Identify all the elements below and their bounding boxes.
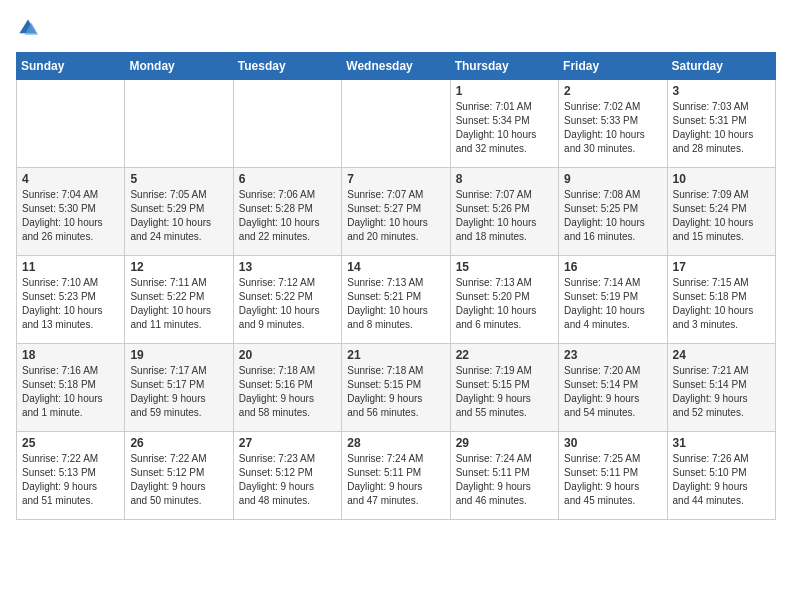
cell-info: Sunrise: 7:13 AM Sunset: 5:21 PM Dayligh… [347, 276, 444, 332]
cell-info: Sunrise: 7:25 AM Sunset: 5:11 PM Dayligh… [564, 452, 661, 508]
cell-info: Sunrise: 7:14 AM Sunset: 5:19 PM Dayligh… [564, 276, 661, 332]
calendar-cell: 28Sunrise: 7:24 AM Sunset: 5:11 PM Dayli… [342, 432, 450, 520]
day-number: 25 [22, 436, 119, 450]
calendar-cell: 19Sunrise: 7:17 AM Sunset: 5:17 PM Dayli… [125, 344, 233, 432]
col-header-wednesday: Wednesday [342, 53, 450, 80]
cell-info: Sunrise: 7:09 AM Sunset: 5:24 PM Dayligh… [673, 188, 770, 244]
day-number: 7 [347, 172, 444, 186]
week-row-2: 4Sunrise: 7:04 AM Sunset: 5:30 PM Daylig… [17, 168, 776, 256]
day-number: 13 [239, 260, 336, 274]
cell-info: Sunrise: 7:19 AM Sunset: 5:15 PM Dayligh… [456, 364, 553, 420]
day-number: 27 [239, 436, 336, 450]
logo [16, 16, 44, 40]
day-number: 16 [564, 260, 661, 274]
cell-info: Sunrise: 7:11 AM Sunset: 5:22 PM Dayligh… [130, 276, 227, 332]
day-number: 9 [564, 172, 661, 186]
day-number: 31 [673, 436, 770, 450]
calendar-cell: 25Sunrise: 7:22 AM Sunset: 5:13 PM Dayli… [17, 432, 125, 520]
col-header-monday: Monday [125, 53, 233, 80]
calendar-cell [342, 80, 450, 168]
day-number: 22 [456, 348, 553, 362]
calendar-cell: 26Sunrise: 7:22 AM Sunset: 5:12 PM Dayli… [125, 432, 233, 520]
calendar-cell: 9Sunrise: 7:08 AM Sunset: 5:25 PM Daylig… [559, 168, 667, 256]
calendar-cell: 2Sunrise: 7:02 AM Sunset: 5:33 PM Daylig… [559, 80, 667, 168]
day-number: 10 [673, 172, 770, 186]
cell-info: Sunrise: 7:21 AM Sunset: 5:14 PM Dayligh… [673, 364, 770, 420]
cell-info: Sunrise: 7:07 AM Sunset: 5:27 PM Dayligh… [347, 188, 444, 244]
calendar-table: SundayMondayTuesdayWednesdayThursdayFrid… [16, 52, 776, 520]
calendar-cell: 15Sunrise: 7:13 AM Sunset: 5:20 PM Dayli… [450, 256, 558, 344]
day-number: 21 [347, 348, 444, 362]
day-number: 19 [130, 348, 227, 362]
cell-info: Sunrise: 7:22 AM Sunset: 5:12 PM Dayligh… [130, 452, 227, 508]
day-number: 11 [22, 260, 119, 274]
cell-info: Sunrise: 7:10 AM Sunset: 5:23 PM Dayligh… [22, 276, 119, 332]
day-number: 6 [239, 172, 336, 186]
calendar-cell: 11Sunrise: 7:10 AM Sunset: 5:23 PM Dayli… [17, 256, 125, 344]
day-number: 12 [130, 260, 227, 274]
day-number: 28 [347, 436, 444, 450]
day-number: 30 [564, 436, 661, 450]
calendar-cell: 3Sunrise: 7:03 AM Sunset: 5:31 PM Daylig… [667, 80, 775, 168]
day-number: 1 [456, 84, 553, 98]
cell-info: Sunrise: 7:06 AM Sunset: 5:28 PM Dayligh… [239, 188, 336, 244]
day-number: 26 [130, 436, 227, 450]
calendar-cell: 18Sunrise: 7:16 AM Sunset: 5:18 PM Dayli… [17, 344, 125, 432]
calendar-cell: 20Sunrise: 7:18 AM Sunset: 5:16 PM Dayli… [233, 344, 341, 432]
day-number: 17 [673, 260, 770, 274]
cell-info: Sunrise: 7:08 AM Sunset: 5:25 PM Dayligh… [564, 188, 661, 244]
col-header-thursday: Thursday [450, 53, 558, 80]
calendar-cell: 4Sunrise: 7:04 AM Sunset: 5:30 PM Daylig… [17, 168, 125, 256]
cell-info: Sunrise: 7:01 AM Sunset: 5:34 PM Dayligh… [456, 100, 553, 156]
cell-info: Sunrise: 7:03 AM Sunset: 5:31 PM Dayligh… [673, 100, 770, 156]
calendar-cell: 1Sunrise: 7:01 AM Sunset: 5:34 PM Daylig… [450, 80, 558, 168]
calendar-cell: 13Sunrise: 7:12 AM Sunset: 5:22 PM Dayli… [233, 256, 341, 344]
day-number: 18 [22, 348, 119, 362]
calendar-cell [17, 80, 125, 168]
day-number: 14 [347, 260, 444, 274]
col-header-saturday: Saturday [667, 53, 775, 80]
week-row-3: 11Sunrise: 7:10 AM Sunset: 5:23 PM Dayli… [17, 256, 776, 344]
cell-info: Sunrise: 7:02 AM Sunset: 5:33 PM Dayligh… [564, 100, 661, 156]
calendar-cell: 10Sunrise: 7:09 AM Sunset: 5:24 PM Dayli… [667, 168, 775, 256]
day-number: 29 [456, 436, 553, 450]
calendar-cell: 21Sunrise: 7:18 AM Sunset: 5:15 PM Dayli… [342, 344, 450, 432]
cell-info: Sunrise: 7:18 AM Sunset: 5:15 PM Dayligh… [347, 364, 444, 420]
day-number: 20 [239, 348, 336, 362]
cell-info: Sunrise: 7:18 AM Sunset: 5:16 PM Dayligh… [239, 364, 336, 420]
day-number: 5 [130, 172, 227, 186]
calendar-cell: 30Sunrise: 7:25 AM Sunset: 5:11 PM Dayli… [559, 432, 667, 520]
cell-info: Sunrise: 7:16 AM Sunset: 5:18 PM Dayligh… [22, 364, 119, 420]
calendar-cell: 12Sunrise: 7:11 AM Sunset: 5:22 PM Dayli… [125, 256, 233, 344]
cell-info: Sunrise: 7:24 AM Sunset: 5:11 PM Dayligh… [347, 452, 444, 508]
day-number: 15 [456, 260, 553, 274]
week-row-1: 1Sunrise: 7:01 AM Sunset: 5:34 PM Daylig… [17, 80, 776, 168]
cell-info: Sunrise: 7:20 AM Sunset: 5:14 PM Dayligh… [564, 364, 661, 420]
calendar-cell: 17Sunrise: 7:15 AM Sunset: 5:18 PM Dayli… [667, 256, 775, 344]
day-number: 23 [564, 348, 661, 362]
cell-info: Sunrise: 7:07 AM Sunset: 5:26 PM Dayligh… [456, 188, 553, 244]
calendar-cell: 27Sunrise: 7:23 AM Sunset: 5:12 PM Dayli… [233, 432, 341, 520]
cell-info: Sunrise: 7:05 AM Sunset: 5:29 PM Dayligh… [130, 188, 227, 244]
col-header-friday: Friday [559, 53, 667, 80]
calendar-cell [233, 80, 341, 168]
week-row-4: 18Sunrise: 7:16 AM Sunset: 5:18 PM Dayli… [17, 344, 776, 432]
cell-info: Sunrise: 7:17 AM Sunset: 5:17 PM Dayligh… [130, 364, 227, 420]
col-header-sunday: Sunday [17, 53, 125, 80]
col-header-tuesday: Tuesday [233, 53, 341, 80]
cell-info: Sunrise: 7:23 AM Sunset: 5:12 PM Dayligh… [239, 452, 336, 508]
page-header [16, 16, 776, 40]
logo-icon [16, 16, 40, 40]
day-number: 4 [22, 172, 119, 186]
day-number: 24 [673, 348, 770, 362]
header-row: SundayMondayTuesdayWednesdayThursdayFrid… [17, 53, 776, 80]
cell-info: Sunrise: 7:04 AM Sunset: 5:30 PM Dayligh… [22, 188, 119, 244]
calendar-cell [125, 80, 233, 168]
calendar-cell: 16Sunrise: 7:14 AM Sunset: 5:19 PM Dayli… [559, 256, 667, 344]
cell-info: Sunrise: 7:26 AM Sunset: 5:10 PM Dayligh… [673, 452, 770, 508]
day-number: 2 [564, 84, 661, 98]
calendar-cell: 22Sunrise: 7:19 AM Sunset: 5:15 PM Dayli… [450, 344, 558, 432]
cell-info: Sunrise: 7:22 AM Sunset: 5:13 PM Dayligh… [22, 452, 119, 508]
cell-info: Sunrise: 7:12 AM Sunset: 5:22 PM Dayligh… [239, 276, 336, 332]
week-row-5: 25Sunrise: 7:22 AM Sunset: 5:13 PM Dayli… [17, 432, 776, 520]
